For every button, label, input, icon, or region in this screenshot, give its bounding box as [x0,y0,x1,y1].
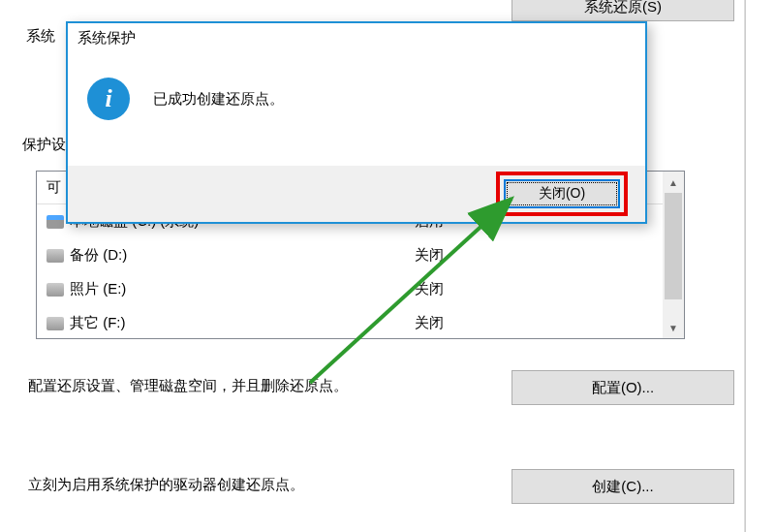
drive-name: 备份 (D:) [70,246,127,265]
configure-button[interactable]: 配置(O)... [512,370,734,405]
drive-status: 关闭 [415,246,684,265]
system-restore-button[interactable]: 系统还原(S) [512,0,734,21]
drive-status: 关闭 [415,280,684,298]
info-icon: i [87,78,130,120]
create-button[interactable]: 创建(C)... [512,469,734,504]
drive-name: 其它 (F:) [70,314,126,332]
drive-name: 照片 (E:) [70,280,126,298]
scroll-thumb[interactable] [665,193,682,299]
scroll-down-arrow-icon[interactable]: ▼ [663,317,684,338]
scrollbar[interactable]: ▲ ▼ [663,172,684,338]
annotation-highlight: 关闭(O) [496,172,628,216]
create-description: 立刻为启用系统保护的驱动器创建还原点。 [28,476,304,494]
dialog-title: 系统保护 [68,23,645,50]
system-protection-dialog: 系统保护 i 已成功创建还原点。 关闭(O) [66,21,647,224]
scroll-up-arrow-icon[interactable]: ▲ [663,172,684,193]
drive-icon [46,249,64,263]
drive-icon [46,283,64,297]
drive-status: 关闭 [415,314,684,332]
close-button[interactable]: 关闭(O) [504,179,620,208]
protection-settings-label: 保护设 [22,136,66,154]
drive-icon [46,317,64,330]
drive-row[interactable]: 备份 (D:) 关闭 [37,238,684,272]
os-drive-icon [46,215,64,229]
dialog-message: 已成功创建还原点。 [153,90,284,109]
dialog-footer: 关闭(O) [68,166,645,222]
configure-description: 配置还原设置、管理磁盘空间，并且删除还原点。 [28,377,348,395]
drive-row[interactable]: 其它 (F:) 关闭 [37,306,684,340]
description-text: 系统 [26,27,55,46]
drive-row[interactable]: 照片 (E:) 关闭 [37,272,684,306]
